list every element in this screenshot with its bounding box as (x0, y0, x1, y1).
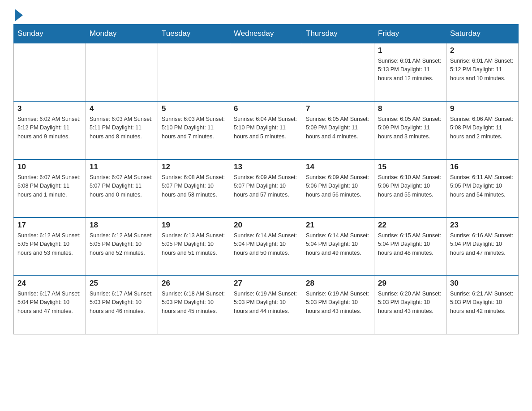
day-number: 30 (450, 279, 515, 288)
weekday-header-sunday: Sunday (14, 25, 86, 43)
logo (13, 9, 23, 20)
day-number: 22 (378, 221, 442, 230)
day-number: 23 (450, 221, 515, 230)
calendar-cell: 10Sunrise: 6:07 AM Sunset: 5:08 PM Dayli… (14, 159, 86, 218)
day-number: 18 (90, 221, 154, 230)
day-number: 2 (450, 46, 515, 55)
day-info: Sunrise: 6:12 AM Sunset: 5:05 PM Dayligh… (17, 231, 82, 257)
calendar-cell: 26Sunrise: 6:18 AM Sunset: 5:03 PM Dayli… (158, 276, 230, 334)
day-number: 11 (90, 163, 154, 171)
day-info: Sunrise: 6:13 AM Sunset: 5:05 PM Dayligh… (162, 231, 226, 257)
day-number: 29 (378, 279, 442, 288)
calendar-cell: 30Sunrise: 6:21 AM Sunset: 5:03 PM Dayli… (446, 276, 519, 334)
day-info: Sunrise: 6:14 AM Sunset: 5:04 PM Dayligh… (306, 231, 370, 257)
day-number: 16 (450, 163, 515, 171)
calendar-cell: 14Sunrise: 6:09 AM Sunset: 5:06 PM Dayli… (302, 159, 374, 218)
day-info: Sunrise: 6:20 AM Sunset: 5:03 PM Dayligh… (378, 290, 442, 316)
calendar-cell: 3Sunrise: 6:02 AM Sunset: 5:12 PM Daylig… (14, 101, 86, 159)
calendar-cell (302, 43, 374, 101)
calendar-cell: 25Sunrise: 6:17 AM Sunset: 5:03 PM Dayli… (86, 276, 158, 334)
day-number: 13 (234, 163, 298, 171)
day-info: Sunrise: 6:19 AM Sunset: 5:03 PM Dayligh… (306, 290, 370, 316)
calendar-cell: 17Sunrise: 6:12 AM Sunset: 5:05 PM Dayli… (14, 218, 86, 276)
calendar-week-row: 10Sunrise: 6:07 AM Sunset: 5:08 PM Dayli… (14, 159, 519, 218)
calendar-cell (86, 43, 158, 101)
calendar-cell: 18Sunrise: 6:12 AM Sunset: 5:05 PM Dayli… (86, 218, 158, 276)
day-number: 9 (450, 104, 515, 113)
calendar-cell: 8Sunrise: 6:05 AM Sunset: 5:09 PM Daylig… (374, 101, 446, 159)
day-info: Sunrise: 6:11 AM Sunset: 5:05 PM Dayligh… (450, 173, 515, 199)
day-info: Sunrise: 6:09 AM Sunset: 5:06 PM Dayligh… (306, 173, 370, 199)
weekday-header-thursday: Thursday (302, 25, 374, 43)
day-info: Sunrise: 6:05 AM Sunset: 5:09 PM Dayligh… (306, 115, 370, 141)
day-info: Sunrise: 6:02 AM Sunset: 5:12 PM Dayligh… (17, 115, 82, 141)
day-info: Sunrise: 6:19 AM Sunset: 5:03 PM Dayligh… (234, 290, 298, 316)
day-number: 14 (306, 163, 370, 171)
calendar-cell (230, 43, 302, 101)
day-number: 17 (17, 221, 82, 230)
day-number: 19 (162, 221, 226, 230)
calendar-cell: 24Sunrise: 6:17 AM Sunset: 5:04 PM Dayli… (14, 276, 86, 334)
calendar-header-row: SundayMondayTuesdayWednesdayThursdayFrid… (14, 25, 519, 43)
day-number: 12 (162, 163, 226, 171)
calendar-cell: 1Sunrise: 6:01 AM Sunset: 5:13 PM Daylig… (374, 43, 446, 101)
day-number: 8 (378, 104, 442, 113)
calendar-table: SundayMondayTuesdayWednesdayThursdayFrid… (13, 24, 519, 334)
calendar-cell: 4Sunrise: 6:03 AM Sunset: 5:11 PM Daylig… (86, 101, 158, 159)
calendar-cell: 11Sunrise: 6:07 AM Sunset: 5:07 PM Dayli… (86, 159, 158, 218)
calendar-cell: 2Sunrise: 6:01 AM Sunset: 5:12 PM Daylig… (446, 43, 519, 101)
calendar-cell: 15Sunrise: 6:10 AM Sunset: 5:06 PM Dayli… (374, 159, 446, 218)
day-info: Sunrise: 6:17 AM Sunset: 5:03 PM Dayligh… (90, 290, 154, 316)
day-number: 24 (17, 279, 82, 288)
day-info: Sunrise: 6:17 AM Sunset: 5:04 PM Dayligh… (17, 290, 82, 316)
day-number: 7 (306, 104, 370, 113)
day-number: 25 (90, 279, 154, 288)
calendar-cell: 5Sunrise: 6:03 AM Sunset: 5:10 PM Daylig… (158, 101, 230, 159)
calendar-week-row: 1Sunrise: 6:01 AM Sunset: 5:13 PM Daylig… (14, 43, 519, 101)
day-number: 15 (378, 163, 442, 171)
day-info: Sunrise: 6:03 AM Sunset: 5:10 PM Dayligh… (162, 115, 226, 141)
day-info: Sunrise: 6:01 AM Sunset: 5:13 PM Dayligh… (378, 57, 442, 83)
calendar-cell: 22Sunrise: 6:15 AM Sunset: 5:04 PM Dayli… (374, 218, 446, 276)
day-info: Sunrise: 6:07 AM Sunset: 5:08 PM Dayligh… (17, 173, 82, 199)
calendar-week-row: 24Sunrise: 6:17 AM Sunset: 5:04 PM Dayli… (14, 276, 519, 334)
day-info: Sunrise: 6:06 AM Sunset: 5:08 PM Dayligh… (450, 115, 515, 141)
day-info: Sunrise: 6:18 AM Sunset: 5:03 PM Dayligh… (162, 290, 226, 316)
weekday-header-friday: Friday (374, 25, 446, 43)
day-number: 10 (17, 163, 82, 171)
day-number: 21 (306, 221, 370, 230)
calendar-cell: 27Sunrise: 6:19 AM Sunset: 5:03 PM Dayli… (230, 276, 302, 334)
calendar-cell (14, 43, 86, 101)
day-number: 28 (306, 279, 370, 288)
calendar-cell: 23Sunrise: 6:16 AM Sunset: 5:04 PM Dayli… (446, 218, 519, 276)
calendar-cell (158, 43, 230, 101)
day-info: Sunrise: 6:10 AM Sunset: 5:06 PM Dayligh… (378, 173, 442, 199)
day-info: Sunrise: 6:21 AM Sunset: 5:03 PM Dayligh… (450, 290, 515, 316)
calendar-week-row: 3Sunrise: 6:02 AM Sunset: 5:12 PM Daylig… (14, 101, 519, 159)
day-number: 26 (162, 279, 226, 288)
weekday-header-monday: Monday (86, 25, 158, 43)
calendar-cell: 16Sunrise: 6:11 AM Sunset: 5:05 PM Dayli… (446, 159, 519, 218)
day-info: Sunrise: 6:09 AM Sunset: 5:07 PM Dayligh… (234, 173, 298, 199)
day-number: 1 (378, 46, 442, 55)
day-info: Sunrise: 6:04 AM Sunset: 5:10 PM Dayligh… (234, 115, 298, 141)
logo-arrow-icon (15, 9, 23, 21)
calendar-cell: 28Sunrise: 6:19 AM Sunset: 5:03 PM Dayli… (302, 276, 374, 334)
day-number: 20 (234, 221, 298, 230)
calendar-cell: 9Sunrise: 6:06 AM Sunset: 5:08 PM Daylig… (446, 101, 519, 159)
day-number: 6 (234, 104, 298, 113)
day-info: Sunrise: 6:15 AM Sunset: 5:04 PM Dayligh… (378, 231, 442, 257)
day-number: 5 (162, 104, 226, 113)
calendar-cell: 21Sunrise: 6:14 AM Sunset: 5:04 PM Dayli… (302, 218, 374, 276)
day-number: 27 (234, 279, 298, 288)
calendar-cell: 6Sunrise: 6:04 AM Sunset: 5:10 PM Daylig… (230, 101, 302, 159)
day-number: 3 (17, 104, 82, 113)
day-info: Sunrise: 6:14 AM Sunset: 5:04 PM Dayligh… (234, 231, 298, 257)
weekday-header-tuesday: Tuesday (158, 25, 230, 43)
day-info: Sunrise: 6:12 AM Sunset: 5:05 PM Dayligh… (90, 231, 154, 257)
page-header (13, 9, 519, 20)
day-info: Sunrise: 6:08 AM Sunset: 5:07 PM Dayligh… (162, 173, 226, 199)
calendar-cell: 19Sunrise: 6:13 AM Sunset: 5:05 PM Dayli… (158, 218, 230, 276)
day-number: 4 (90, 104, 154, 113)
weekday-header-saturday: Saturday (446, 25, 519, 43)
